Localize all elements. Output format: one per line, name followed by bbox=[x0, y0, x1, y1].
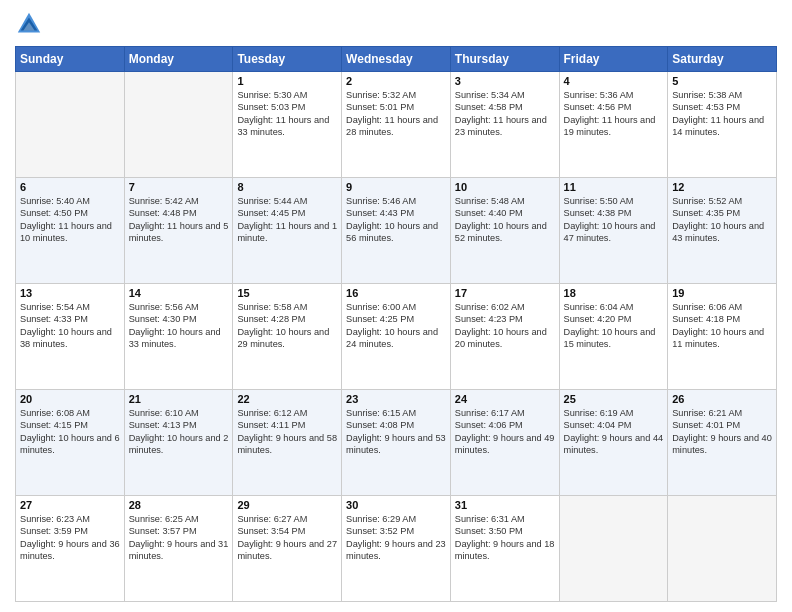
calendar-cell: 5Sunrise: 5:38 AM Sunset: 4:53 PM Daylig… bbox=[668, 72, 777, 178]
calendar-cell bbox=[668, 496, 777, 602]
day-number: 21 bbox=[129, 393, 229, 405]
calendar-week-row: 27Sunrise: 6:23 AM Sunset: 3:59 PM Dayli… bbox=[16, 496, 777, 602]
logo bbox=[15, 10, 47, 38]
cell-sunrise-info: Sunrise: 6:21 AM Sunset: 4:01 PM Dayligh… bbox=[672, 407, 772, 457]
cell-sunrise-info: Sunrise: 6:04 AM Sunset: 4:20 PM Dayligh… bbox=[564, 301, 664, 351]
logo-icon bbox=[15, 10, 43, 38]
day-number: 4 bbox=[564, 75, 664, 87]
day-number: 17 bbox=[455, 287, 555, 299]
calendar-cell: 24Sunrise: 6:17 AM Sunset: 4:06 PM Dayli… bbox=[450, 390, 559, 496]
day-number: 3 bbox=[455, 75, 555, 87]
cell-sunrise-info: Sunrise: 5:34 AM Sunset: 4:58 PM Dayligh… bbox=[455, 89, 555, 139]
calendar-cell: 9Sunrise: 5:46 AM Sunset: 4:43 PM Daylig… bbox=[342, 178, 451, 284]
cell-sunrise-info: Sunrise: 5:48 AM Sunset: 4:40 PM Dayligh… bbox=[455, 195, 555, 245]
calendar-cell: 29Sunrise: 6:27 AM Sunset: 3:54 PM Dayli… bbox=[233, 496, 342, 602]
day-number: 28 bbox=[129, 499, 229, 511]
day-number: 19 bbox=[672, 287, 772, 299]
cell-sunrise-info: Sunrise: 6:10 AM Sunset: 4:13 PM Dayligh… bbox=[129, 407, 229, 457]
calendar-cell: 13Sunrise: 5:54 AM Sunset: 4:33 PM Dayli… bbox=[16, 284, 125, 390]
cell-sunrise-info: Sunrise: 6:31 AM Sunset: 3:50 PM Dayligh… bbox=[455, 513, 555, 563]
day-number: 29 bbox=[237, 499, 337, 511]
cell-sunrise-info: Sunrise: 5:30 AM Sunset: 5:03 PM Dayligh… bbox=[237, 89, 337, 139]
cell-sunrise-info: Sunrise: 5:32 AM Sunset: 5:01 PM Dayligh… bbox=[346, 89, 446, 139]
cell-sunrise-info: Sunrise: 6:12 AM Sunset: 4:11 PM Dayligh… bbox=[237, 407, 337, 457]
day-number: 18 bbox=[564, 287, 664, 299]
cell-sunrise-info: Sunrise: 6:06 AM Sunset: 4:18 PM Dayligh… bbox=[672, 301, 772, 351]
calendar-cell: 1Sunrise: 5:30 AM Sunset: 5:03 PM Daylig… bbox=[233, 72, 342, 178]
calendar-cell: 28Sunrise: 6:25 AM Sunset: 3:57 PM Dayli… bbox=[124, 496, 233, 602]
calendar-cell: 18Sunrise: 6:04 AM Sunset: 4:20 PM Dayli… bbox=[559, 284, 668, 390]
day-number: 5 bbox=[672, 75, 772, 87]
calendar-header-row: SundayMondayTuesdayWednesdayThursdayFrid… bbox=[16, 47, 777, 72]
calendar-cell: 11Sunrise: 5:50 AM Sunset: 4:38 PM Dayli… bbox=[559, 178, 668, 284]
cell-sunrise-info: Sunrise: 5:42 AM Sunset: 4:48 PM Dayligh… bbox=[129, 195, 229, 245]
cell-sunrise-info: Sunrise: 5:36 AM Sunset: 4:56 PM Dayligh… bbox=[564, 89, 664, 139]
cell-sunrise-info: Sunrise: 5:38 AM Sunset: 4:53 PM Dayligh… bbox=[672, 89, 772, 139]
calendar-table: SundayMondayTuesdayWednesdayThursdayFrid… bbox=[15, 46, 777, 602]
day-number: 1 bbox=[237, 75, 337, 87]
calendar-cell: 30Sunrise: 6:29 AM Sunset: 3:52 PM Dayli… bbox=[342, 496, 451, 602]
calendar-cell: 23Sunrise: 6:15 AM Sunset: 4:08 PM Dayli… bbox=[342, 390, 451, 496]
calendar-cell bbox=[16, 72, 125, 178]
cell-sunrise-info: Sunrise: 6:29 AM Sunset: 3:52 PM Dayligh… bbox=[346, 513, 446, 563]
day-number: 7 bbox=[129, 181, 229, 193]
weekday-header: Monday bbox=[124, 47, 233, 72]
day-number: 16 bbox=[346, 287, 446, 299]
calendar-week-row: 6Sunrise: 5:40 AM Sunset: 4:50 PM Daylig… bbox=[16, 178, 777, 284]
day-number: 26 bbox=[672, 393, 772, 405]
calendar-cell: 16Sunrise: 6:00 AM Sunset: 4:25 PM Dayli… bbox=[342, 284, 451, 390]
calendar-cell: 22Sunrise: 6:12 AM Sunset: 4:11 PM Dayli… bbox=[233, 390, 342, 496]
cell-sunrise-info: Sunrise: 5:52 AM Sunset: 4:35 PM Dayligh… bbox=[672, 195, 772, 245]
weekday-header: Friday bbox=[559, 47, 668, 72]
day-number: 20 bbox=[20, 393, 120, 405]
calendar-body: 1Sunrise: 5:30 AM Sunset: 5:03 PM Daylig… bbox=[16, 72, 777, 602]
cell-sunrise-info: Sunrise: 6:15 AM Sunset: 4:08 PM Dayligh… bbox=[346, 407, 446, 457]
weekday-header: Sunday bbox=[16, 47, 125, 72]
calendar-cell: 20Sunrise: 6:08 AM Sunset: 4:15 PM Dayli… bbox=[16, 390, 125, 496]
cell-sunrise-info: Sunrise: 5:50 AM Sunset: 4:38 PM Dayligh… bbox=[564, 195, 664, 245]
day-number: 6 bbox=[20, 181, 120, 193]
calendar-cell: 2Sunrise: 5:32 AM Sunset: 5:01 PM Daylig… bbox=[342, 72, 451, 178]
header bbox=[15, 10, 777, 38]
calendar-cell: 4Sunrise: 5:36 AM Sunset: 4:56 PM Daylig… bbox=[559, 72, 668, 178]
day-number: 27 bbox=[20, 499, 120, 511]
cell-sunrise-info: Sunrise: 6:02 AM Sunset: 4:23 PM Dayligh… bbox=[455, 301, 555, 351]
calendar-cell: 10Sunrise: 5:48 AM Sunset: 4:40 PM Dayli… bbox=[450, 178, 559, 284]
calendar-cell: 8Sunrise: 5:44 AM Sunset: 4:45 PM Daylig… bbox=[233, 178, 342, 284]
day-number: 9 bbox=[346, 181, 446, 193]
calendar-week-row: 20Sunrise: 6:08 AM Sunset: 4:15 PM Dayli… bbox=[16, 390, 777, 496]
day-number: 11 bbox=[564, 181, 664, 193]
day-number: 13 bbox=[20, 287, 120, 299]
cell-sunrise-info: Sunrise: 6:00 AM Sunset: 4:25 PM Dayligh… bbox=[346, 301, 446, 351]
calendar-cell: 21Sunrise: 6:10 AM Sunset: 4:13 PM Dayli… bbox=[124, 390, 233, 496]
calendar-week-row: 1Sunrise: 5:30 AM Sunset: 5:03 PM Daylig… bbox=[16, 72, 777, 178]
cell-sunrise-info: Sunrise: 5:40 AM Sunset: 4:50 PM Dayligh… bbox=[20, 195, 120, 245]
calendar-cell: 26Sunrise: 6:21 AM Sunset: 4:01 PM Dayli… bbox=[668, 390, 777, 496]
cell-sunrise-info: Sunrise: 5:54 AM Sunset: 4:33 PM Dayligh… bbox=[20, 301, 120, 351]
weekday-header: Thursday bbox=[450, 47, 559, 72]
calendar-cell: 25Sunrise: 6:19 AM Sunset: 4:04 PM Dayli… bbox=[559, 390, 668, 496]
calendar-cell: 15Sunrise: 5:58 AM Sunset: 4:28 PM Dayli… bbox=[233, 284, 342, 390]
calendar-cell bbox=[559, 496, 668, 602]
calendar-cell bbox=[124, 72, 233, 178]
cell-sunrise-info: Sunrise: 5:44 AM Sunset: 4:45 PM Dayligh… bbox=[237, 195, 337, 245]
day-number: 25 bbox=[564, 393, 664, 405]
cell-sunrise-info: Sunrise: 5:46 AM Sunset: 4:43 PM Dayligh… bbox=[346, 195, 446, 245]
cell-sunrise-info: Sunrise: 6:27 AM Sunset: 3:54 PM Dayligh… bbox=[237, 513, 337, 563]
cell-sunrise-info: Sunrise: 6:08 AM Sunset: 4:15 PM Dayligh… bbox=[20, 407, 120, 457]
weekday-header: Tuesday bbox=[233, 47, 342, 72]
day-number: 23 bbox=[346, 393, 446, 405]
calendar-cell: 14Sunrise: 5:56 AM Sunset: 4:30 PM Dayli… bbox=[124, 284, 233, 390]
calendar-cell: 3Sunrise: 5:34 AM Sunset: 4:58 PM Daylig… bbox=[450, 72, 559, 178]
cell-sunrise-info: Sunrise: 6:25 AM Sunset: 3:57 PM Dayligh… bbox=[129, 513, 229, 563]
day-number: 15 bbox=[237, 287, 337, 299]
calendar-cell: 12Sunrise: 5:52 AM Sunset: 4:35 PM Dayli… bbox=[668, 178, 777, 284]
weekday-header: Wednesday bbox=[342, 47, 451, 72]
calendar-cell: 27Sunrise: 6:23 AM Sunset: 3:59 PM Dayli… bbox=[16, 496, 125, 602]
day-number: 30 bbox=[346, 499, 446, 511]
day-number: 8 bbox=[237, 181, 337, 193]
calendar-cell: 7Sunrise: 5:42 AM Sunset: 4:48 PM Daylig… bbox=[124, 178, 233, 284]
cell-sunrise-info: Sunrise: 6:17 AM Sunset: 4:06 PM Dayligh… bbox=[455, 407, 555, 457]
page: SundayMondayTuesdayWednesdayThursdayFrid… bbox=[0, 0, 792, 612]
weekday-header: Saturday bbox=[668, 47, 777, 72]
